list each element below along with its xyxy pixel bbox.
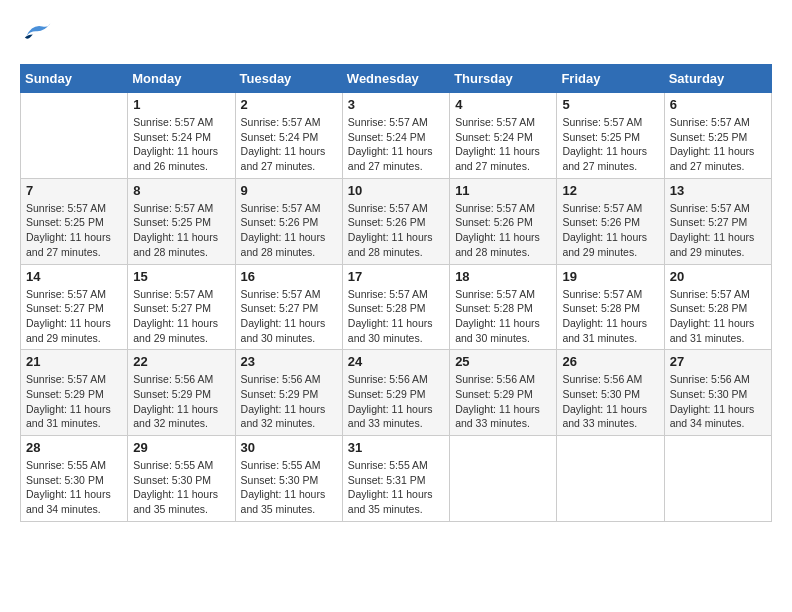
calendar-cell: 4Sunrise: 5:57 AMSunset: 5:24 PMDaylight… (450, 93, 557, 179)
day-number: 2 (241, 97, 337, 112)
calendar-header-sunday: Sunday (21, 65, 128, 93)
calendar-cell: 11Sunrise: 5:57 AMSunset: 5:26 PMDayligh… (450, 178, 557, 264)
day-number: 18 (455, 269, 551, 284)
day-info: Sunrise: 5:57 AMSunset: 5:27 PMDaylight:… (133, 287, 229, 346)
day-info: Sunrise: 5:57 AMSunset: 5:25 PMDaylight:… (133, 201, 229, 260)
calendar-cell: 6Sunrise: 5:57 AMSunset: 5:25 PMDaylight… (664, 93, 771, 179)
day-number: 25 (455, 354, 551, 369)
day-number: 6 (670, 97, 766, 112)
calendar-cell: 26Sunrise: 5:56 AMSunset: 5:30 PMDayligh… (557, 350, 664, 436)
day-info: Sunrise: 5:56 AMSunset: 5:29 PMDaylight:… (348, 372, 444, 431)
calendar-cell: 22Sunrise: 5:56 AMSunset: 5:29 PMDayligh… (128, 350, 235, 436)
calendar-week-row: 14Sunrise: 5:57 AMSunset: 5:27 PMDayligh… (21, 264, 772, 350)
calendar-header-friday: Friday (557, 65, 664, 93)
calendar-cell: 18Sunrise: 5:57 AMSunset: 5:28 PMDayligh… (450, 264, 557, 350)
day-number: 21 (26, 354, 122, 369)
page-header (20, 20, 772, 48)
day-number: 14 (26, 269, 122, 284)
day-number: 20 (670, 269, 766, 284)
calendar-cell: 27Sunrise: 5:56 AMSunset: 5:30 PMDayligh… (664, 350, 771, 436)
calendar-cell: 23Sunrise: 5:56 AMSunset: 5:29 PMDayligh… (235, 350, 342, 436)
day-info: Sunrise: 5:56 AMSunset: 5:29 PMDaylight:… (133, 372, 229, 431)
day-number: 29 (133, 440, 229, 455)
day-number: 9 (241, 183, 337, 198)
calendar-cell: 1Sunrise: 5:57 AMSunset: 5:24 PMDaylight… (128, 93, 235, 179)
day-number: 10 (348, 183, 444, 198)
day-number: 27 (670, 354, 766, 369)
calendar-cell: 7Sunrise: 5:57 AMSunset: 5:25 PMDaylight… (21, 178, 128, 264)
day-info: Sunrise: 5:57 AMSunset: 5:24 PMDaylight:… (241, 115, 337, 174)
calendar-cell: 19Sunrise: 5:57 AMSunset: 5:28 PMDayligh… (557, 264, 664, 350)
day-number: 5 (562, 97, 658, 112)
day-info: Sunrise: 5:57 AMSunset: 5:26 PMDaylight:… (348, 201, 444, 260)
day-info: Sunrise: 5:57 AMSunset: 5:25 PMDaylight:… (26, 201, 122, 260)
day-info: Sunrise: 5:57 AMSunset: 5:24 PMDaylight:… (133, 115, 229, 174)
calendar-cell: 10Sunrise: 5:57 AMSunset: 5:26 PMDayligh… (342, 178, 449, 264)
day-info: Sunrise: 5:55 AMSunset: 5:30 PMDaylight:… (133, 458, 229, 517)
calendar-cell: 8Sunrise: 5:57 AMSunset: 5:25 PMDaylight… (128, 178, 235, 264)
calendar-cell (664, 436, 771, 522)
day-info: Sunrise: 5:57 AMSunset: 5:28 PMDaylight:… (348, 287, 444, 346)
day-info: Sunrise: 5:55 AMSunset: 5:30 PMDaylight:… (26, 458, 122, 517)
calendar-cell: 15Sunrise: 5:57 AMSunset: 5:27 PMDayligh… (128, 264, 235, 350)
day-info: Sunrise: 5:57 AMSunset: 5:28 PMDaylight:… (562, 287, 658, 346)
calendar-header-row: SundayMondayTuesdayWednesdayThursdayFrid… (21, 65, 772, 93)
calendar-cell (21, 93, 128, 179)
day-info: Sunrise: 5:56 AMSunset: 5:29 PMDaylight:… (455, 372, 551, 431)
day-info: Sunrise: 5:57 AMSunset: 5:24 PMDaylight:… (348, 115, 444, 174)
day-number: 26 (562, 354, 658, 369)
calendar-cell: 30Sunrise: 5:55 AMSunset: 5:30 PMDayligh… (235, 436, 342, 522)
day-info: Sunrise: 5:57 AMSunset: 5:25 PMDaylight:… (670, 115, 766, 174)
day-number: 1 (133, 97, 229, 112)
day-number: 22 (133, 354, 229, 369)
calendar-header-tuesday: Tuesday (235, 65, 342, 93)
calendar-week-row: 21Sunrise: 5:57 AMSunset: 5:29 PMDayligh… (21, 350, 772, 436)
calendar-cell: 29Sunrise: 5:55 AMSunset: 5:30 PMDayligh… (128, 436, 235, 522)
calendar-header-monday: Monday (128, 65, 235, 93)
day-info: Sunrise: 5:55 AMSunset: 5:30 PMDaylight:… (241, 458, 337, 517)
day-number: 8 (133, 183, 229, 198)
calendar-week-row: 7Sunrise: 5:57 AMSunset: 5:25 PMDaylight… (21, 178, 772, 264)
calendar-cell (450, 436, 557, 522)
calendar-cell: 3Sunrise: 5:57 AMSunset: 5:24 PMDaylight… (342, 93, 449, 179)
calendar-cell: 16Sunrise: 5:57 AMSunset: 5:27 PMDayligh… (235, 264, 342, 350)
day-info: Sunrise: 5:57 AMSunset: 5:26 PMDaylight:… (455, 201, 551, 260)
day-number: 19 (562, 269, 658, 284)
calendar-cell: 20Sunrise: 5:57 AMSunset: 5:28 PMDayligh… (664, 264, 771, 350)
calendar-cell: 31Sunrise: 5:55 AMSunset: 5:31 PMDayligh… (342, 436, 449, 522)
calendar-cell: 21Sunrise: 5:57 AMSunset: 5:29 PMDayligh… (21, 350, 128, 436)
day-number: 3 (348, 97, 444, 112)
day-info: Sunrise: 5:57 AMSunset: 5:28 PMDaylight:… (455, 287, 551, 346)
calendar-cell: 13Sunrise: 5:57 AMSunset: 5:27 PMDayligh… (664, 178, 771, 264)
calendar-cell: 5Sunrise: 5:57 AMSunset: 5:25 PMDaylight… (557, 93, 664, 179)
calendar-cell: 25Sunrise: 5:56 AMSunset: 5:29 PMDayligh… (450, 350, 557, 436)
day-number: 15 (133, 269, 229, 284)
calendar-cell: 12Sunrise: 5:57 AMSunset: 5:26 PMDayligh… (557, 178, 664, 264)
calendar-header-thursday: Thursday (450, 65, 557, 93)
calendar-cell: 24Sunrise: 5:56 AMSunset: 5:29 PMDayligh… (342, 350, 449, 436)
calendar-cell (557, 436, 664, 522)
day-info: Sunrise: 5:57 AMSunset: 5:27 PMDaylight:… (26, 287, 122, 346)
day-info: Sunrise: 5:56 AMSunset: 5:30 PMDaylight:… (562, 372, 658, 431)
day-number: 28 (26, 440, 122, 455)
day-info: Sunrise: 5:57 AMSunset: 5:24 PMDaylight:… (455, 115, 551, 174)
day-number: 11 (455, 183, 551, 198)
day-number: 31 (348, 440, 444, 455)
day-number: 16 (241, 269, 337, 284)
day-number: 23 (241, 354, 337, 369)
calendar-week-row: 28Sunrise: 5:55 AMSunset: 5:30 PMDayligh… (21, 436, 772, 522)
day-number: 13 (670, 183, 766, 198)
day-number: 7 (26, 183, 122, 198)
day-number: 12 (562, 183, 658, 198)
calendar-table: SundayMondayTuesdayWednesdayThursdayFrid… (20, 64, 772, 522)
logo-icon (20, 20, 52, 48)
day-info: Sunrise: 5:57 AMSunset: 5:26 PMDaylight:… (562, 201, 658, 260)
calendar-header-wednesday: Wednesday (342, 65, 449, 93)
day-number: 4 (455, 97, 551, 112)
day-info: Sunrise: 5:57 AMSunset: 5:29 PMDaylight:… (26, 372, 122, 431)
day-info: Sunrise: 5:56 AMSunset: 5:30 PMDaylight:… (670, 372, 766, 431)
calendar-cell: 28Sunrise: 5:55 AMSunset: 5:30 PMDayligh… (21, 436, 128, 522)
calendar-week-row: 1Sunrise: 5:57 AMSunset: 5:24 PMDaylight… (21, 93, 772, 179)
day-number: 30 (241, 440, 337, 455)
day-info: Sunrise: 5:57 AMSunset: 5:25 PMDaylight:… (562, 115, 658, 174)
